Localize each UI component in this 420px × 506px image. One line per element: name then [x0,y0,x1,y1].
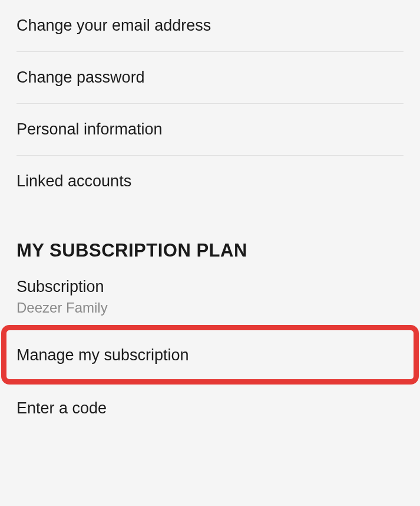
enter-code-item[interactable]: Enter a code [16,383,404,434]
enter-code-label: Enter a code [16,399,404,418]
subscription-value: Deezer Family [16,300,404,316]
manage-subscription-label: Manage my subscription [16,346,404,364]
change-email-item[interactable]: Change your email address [16,0,404,52]
subscription-label: Subscription [16,278,404,296]
manage-subscription-item[interactable]: Manage my subscription [16,328,404,383]
linked-accounts-item[interactable]: Linked accounts [16,156,404,207]
personal-information-label: Personal information [16,120,404,139]
personal-information-item[interactable]: Personal information [16,104,404,156]
change-email-label: Change your email address [16,17,404,35]
change-password-label: Change password [16,68,404,87]
subscription-plan-header: MY SUBSCRIPTION PLAN [16,240,404,261]
subscription-item[interactable]: Subscription Deezer Family [16,261,404,328]
linked-accounts-label: Linked accounts [16,172,404,190]
change-password-item[interactable]: Change password [16,52,404,104]
